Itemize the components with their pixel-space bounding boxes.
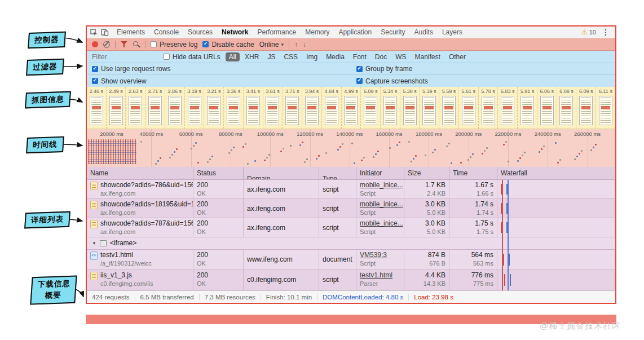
filmstrip-frame[interactable]: 5.34 s [380, 87, 400, 129]
filmstrip-frame[interactable]: 4.99 s [341, 87, 361, 129]
export-har-icon[interactable]: ↓ [303, 41, 306, 48]
filmstrip-frame[interactable]: 2.63 s [125, 87, 145, 129]
filter-type-css[interactable]: CSS [280, 52, 301, 61]
tab-layers[interactable]: Layers [438, 27, 467, 38]
initiator-link[interactable]: mobile_inice... [360, 200, 404, 209]
group-by-frame-checkbox[interactable] [356, 66, 363, 72]
filmstrip-frame[interactable]: 5.83 s [497, 87, 517, 129]
tab-console[interactable]: Console [149, 27, 183, 38]
filter-toggle-icon[interactable] [121, 41, 127, 47]
filter-type-ws[interactable]: WS [392, 52, 409, 61]
waterfall-bar-red [503, 254, 504, 266]
filmstrip-time: 5.38 s [400, 89, 420, 94]
filter-type-all[interactable]: All [226, 52, 240, 61]
device-toolbar-icon[interactable] [101, 29, 109, 36]
filmstrip-frame[interactable]: 5.09 s [360, 87, 380, 129]
timeline-dot [354, 162, 355, 164]
timeline-canvas[interactable] [87, 138, 615, 167]
filmstrip-frame[interactable]: 6.06 s [537, 87, 557, 129]
search-icon[interactable] [133, 41, 140, 48]
expand-triangle-icon[interactable]: ▼ [92, 241, 96, 246]
filmstrip-frame[interactable]: 3.41 s [243, 87, 263, 129]
filmstrip-frame[interactable]: 2.71 s [145, 87, 165, 129]
filmstrip-frame[interactable]: 5.78 s [478, 87, 498, 129]
record-button[interactable] [92, 41, 98, 47]
column-header-type[interactable]: Type [319, 167, 356, 179]
tab-memory[interactable]: Memory [301, 27, 334, 38]
tab-audits[interactable]: Audits [410, 27, 438, 38]
filter-type-doc[interactable]: Doc [372, 52, 390, 61]
initiator-link[interactable]: testv1.html [360, 271, 404, 280]
filmstrip-time: 5.83 s [498, 89, 517, 94]
table-row[interactable]: showcode?adids=786&uid=1565...ax.ifeng.c… [87, 180, 615, 199]
column-header-size[interactable]: Size [404, 167, 449, 179]
filmstrip-frame[interactable]: 5.38 s [400, 87, 420, 129]
filmstrip-frame[interactable]: 6.11 s [596, 87, 615, 129]
timeline-tick-label: 120000 ms [290, 131, 330, 137]
disable-cache-checkbox[interactable] [202, 41, 209, 47]
initiator-type: Script [360, 209, 404, 217]
table-row[interactable]: showcode?adids=787&uid=1565...ax.ifeng.c… [87, 218, 615, 237]
filmstrip-frame[interactable]: 2.46 s [87, 87, 106, 129]
frame-group-label: <iframe> [110, 239, 136, 248]
overview-timeline[interactable]: 20000 ms40000 ms60000 ms80000 ms100000 m… [87, 129, 615, 167]
column-header-status[interactable]: Status [193, 167, 244, 179]
import-har-icon[interactable]: ↑ [294, 41, 298, 48]
filmstrip-frame[interactable]: 6.09 s [576, 87, 596, 129]
kebab-menu-icon[interactable]: ⋮ [602, 28, 610, 37]
filmstrip-frame[interactable]: 3.36 s [223, 87, 243, 129]
tab-elements[interactable]: Elements [112, 27, 149, 38]
filmstrip-frame[interactable]: 3.21 s [204, 87, 223, 129]
timeline-dot [247, 163, 249, 165]
filmstrip-frame[interactable]: 5.39 s [419, 87, 439, 129]
throttling-dropdown[interactable]: Online▾ [259, 41, 284, 48]
filmstrip-frame[interactable]: 3.61 s [263, 87, 283, 129]
table-row[interactable]: iis_v1_3.jsc0.ifengimg.com/iis200OKc0.if… [87, 270, 615, 290]
filmstrip-frame[interactable]: 5.91 s [517, 87, 537, 129]
column-header-initiator[interactable]: Initiator [356, 167, 404, 179]
tab-network[interactable]: Network [217, 27, 253, 38]
filmstrip-frame[interactable]: 3.71 s [282, 87, 302, 129]
filter-type-img[interactable]: Img [303, 52, 321, 61]
use-large-request-rows-checkbox[interactable] [92, 66, 98, 72]
filmstrip-frame[interactable]: 5.61 s [458, 87, 478, 129]
tab-security[interactable]: Security [376, 27, 409, 38]
filter-input[interactable] [92, 53, 158, 61]
clear-button[interactable] [103, 41, 110, 48]
filmstrip-frame[interactable]: 3.19 s [184, 87, 204, 129]
tab-performance[interactable]: Performance [253, 27, 301, 38]
filter-type-manifest[interactable]: Manifest [412, 52, 444, 61]
tab-sources[interactable]: Sources [183, 27, 217, 38]
time-total: 1.67 s [453, 181, 493, 189]
filter-type-other[interactable]: Other [445, 52, 469, 61]
show-overview-checkbox[interactable] [92, 78, 98, 84]
filmstrip-frame[interactable]: 5.59 s [439, 87, 458, 129]
capture-screenshots-checkbox[interactable] [356, 78, 363, 84]
frame-group-row[interactable]: ▼<iframe> [87, 237, 615, 250]
tab-application[interactable]: Application [334, 27, 376, 38]
warning-badge[interactable]: ⚠10 [581, 28, 596, 36]
inspect-element-icon[interactable] [90, 29, 98, 36]
filter-type-xhr[interactable]: XHR [241, 52, 262, 61]
table-row[interactable]: testv1.html/a_if/190312/weicc200OKwww.if… [87, 250, 615, 270]
table-row[interactable]: showcode?adids=18195&uid=15...ax.ifeng.c… [87, 199, 615, 218]
filmstrip-frame[interactable]: 6.08 s [557, 87, 576, 129]
initiator-link[interactable]: mobile_inice... [360, 219, 404, 228]
filmstrip-frame[interactable]: 2.86 s [165, 87, 184, 129]
initiator-link[interactable]: VM539:3 [360, 251, 404, 259]
filmstrip-frame[interactable]: 4.84 s [321, 87, 341, 129]
column-header-waterfall[interactable]: Waterfall [497, 167, 615, 179]
filter-type-media[interactable]: Media [323, 52, 348, 61]
timeline-dot [460, 162, 462, 164]
column-header-time[interactable]: Time [449, 167, 497, 179]
hide-data-urls-checkbox[interactable] [164, 54, 170, 60]
filmstrip-frame[interactable]: 3.94 s [302, 87, 321, 129]
filter-type-js[interactable]: JS [264, 52, 279, 61]
annotation-timeline-label: 时间线 [33, 140, 58, 149]
filter-type-font[interactable]: Font [350, 52, 370, 61]
preserve-log-checkbox[interactable] [151, 41, 157, 47]
column-header-name[interactable]: Name [87, 167, 193, 179]
column-header-domain[interactable]: Domain [244, 167, 319, 179]
filmstrip-frame[interactable]: 2.49 s [106, 87, 126, 129]
initiator-link[interactable]: mobile_inice... [360, 181, 404, 189]
